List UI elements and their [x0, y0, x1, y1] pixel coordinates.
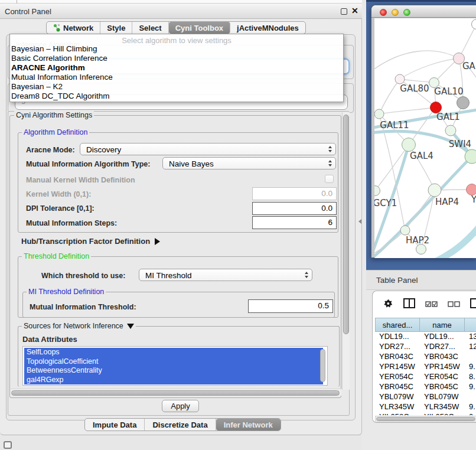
- sources-group-title[interactable]: Sources for Network Inference: [22, 322, 136, 330]
- scrollbar-thumb[interactable]: [11, 390, 340, 396]
- collapse-arrow-icon[interactable]: [127, 324, 134, 329]
- columns-icon[interactable]: [403, 298, 415, 311]
- network-edge[interactable]: [375, 145, 409, 191]
- node-salmon[interactable]: [467, 184, 476, 195]
- algorithm-definition-title: Algorithm Definition: [22, 128, 89, 136]
- manual-kernel-label: Manual Kernel Width Definition: [26, 176, 135, 184]
- node-label: GAL4: [410, 151, 433, 161]
- table-row[interactable]: YBR043CYBR043C: [375, 352, 476, 362]
- settings-vertical-scrollbar[interactable]: [342, 112, 350, 390]
- table-cell: YIL052C: [420, 412, 465, 415]
- gear-icon[interactable]: [383, 298, 393, 311]
- table-cell: YBR045C: [420, 382, 465, 392]
- network-window-titlebar[interactable]: [371, 5, 476, 18]
- attribute-list-item[interactable]: SelfLoops: [24, 348, 323, 357]
- scrollbar-thumb[interactable]: [343, 115, 349, 334]
- tab-cyni-toolbox[interactable]: Cyni Toolbox: [169, 22, 230, 34]
- dropdown-item[interactable]: Bayesian – K2: [10, 82, 343, 92]
- table-row[interactable]: YLR345WYLR345W9.: [375, 402, 476, 412]
- node-swi4[interactable]: [445, 125, 456, 136]
- table-row[interactable]: YPR145WYPR145W9.: [375, 362, 476, 372]
- node-label: Y: [471, 194, 476, 205]
- settings-horizontal-scrollbar[interactable]: [11, 389, 341, 396]
- table-cell: YLR345W: [375, 402, 420, 412]
- node[interactable]: [472, 19, 476, 30]
- table-horizontal-scrollbar[interactable]: [375, 416, 476, 422]
- zoom-traffic-light[interactable]: [403, 9, 410, 16]
- manual-kernel-checkbox[interactable]: [325, 175, 334, 183]
- node-gray[interactable]: [457, 97, 470, 109]
- table-cell: [465, 392, 476, 402]
- node-gcy1[interactable]: [374, 186, 380, 196]
- float-panel-icon[interactable]: [341, 8, 347, 15]
- node-hap4[interactable]: [428, 184, 441, 197]
- node-gal80[interactable]: [395, 74, 405, 84]
- column-header[interactable]: [465, 318, 476, 332]
- expand-arrow-icon[interactable]: [155, 238, 160, 245]
- table-row[interactable]: YER054CYER054C8.: [375, 372, 476, 382]
- mi-type-combo[interactable]: Naive Bayes: [162, 157, 336, 169]
- table-row[interactable]: YDL19...YDL19...13: [375, 332, 476, 342]
- node-green-lg[interactable]: [465, 149, 476, 164]
- attribute-list-item[interactable]: gal4RGexp: [24, 376, 323, 385]
- dropdown-item[interactable]: Dream8 DC_TDC Algorithm: [10, 92, 343, 101]
- dropdown-item[interactable]: Basic Correlation Inference: [10, 54, 343, 63]
- network-canvas[interactable]: GALGAL80GAL10GAL1GAL11SWI4GAL4GCY1HAP4YH…: [374, 18, 476, 258]
- panel-splitter-arrow[interactable]: [358, 219, 361, 224]
- network-view-window: GALGAL80GAL10GAL1GAL11SWI4GAL4GCY1HAP4YH…: [371, 5, 476, 258]
- bottom-tab-discretize-data[interactable]: Discretize Data: [145, 419, 216, 431]
- node-label: GCY1: [374, 198, 397, 208]
- hub-definition-label[interactable]: Hub/Transcription Factor Definition: [21, 237, 160, 246]
- minimize-traffic-light[interactable]: [392, 9, 399, 16]
- select-checks-icon[interactable]: [425, 299, 438, 310]
- tab-network[interactable]: Network: [47, 22, 100, 34]
- close-traffic-light[interactable]: [380, 9, 387, 16]
- column-header[interactable]: shared...: [375, 318, 420, 332]
- mi-threshold-input[interactable]: 0.5: [248, 299, 333, 313]
- mi-type-label: Mutual Information Algorithm Type:: [26, 160, 150, 168]
- which-threshold-combo[interactable]: MI Threshold: [139, 269, 312, 281]
- list-scrollbar[interactable]: [320, 349, 325, 382]
- mini-window-icon[interactable]: [4, 441, 12, 449]
- combo-arrows-icon: [305, 269, 308, 281]
- network-edge[interactable]: [379, 79, 400, 114]
- node-bottom[interactable]: [416, 244, 426, 255]
- node-hap2[interactable]: [400, 226, 410, 235]
- dropdown-item[interactable]: ARACNE Algorithm: [10, 63, 343, 73]
- table-row[interactable]: YBL079WYBL079W: [375, 392, 476, 402]
- dpi-tolerance-input[interactable]: 0.0: [252, 202, 337, 215]
- which-threshold-value: MI Threshold: [145, 271, 192, 280]
- node-gal4[interactable]: [402, 138, 416, 152]
- table-cell: 12: [465, 342, 476, 352]
- attribute-list-item[interactable]: TopologicalCoefficient: [24, 357, 323, 367]
- tab-style[interactable]: Style: [100, 22, 132, 34]
- table-row[interactable]: YIL052CYIL052C0.: [375, 412, 476, 415]
- aracne-mode-combo[interactable]: Discovery: [80, 143, 336, 155]
- kernel-width-input[interactable]: 0.0: [252, 187, 337, 200]
- attribute-list-item[interactable]: BetweennessCentrality: [24, 366, 323, 376]
- bottom-tab-impute-data[interactable]: Impute Data: [85, 419, 145, 431]
- mi-steps-input[interactable]: 6: [252, 216, 337, 229]
- dropdown-item[interactable]: Mutual Information Inference: [10, 73, 343, 82]
- network-edge[interactable]: [379, 107, 436, 114]
- table-row[interactable]: YBR045CYBR045C9.: [375, 382, 476, 392]
- tab-select[interactable]: Select: [132, 22, 168, 34]
- network-edge[interactable]: [400, 58, 459, 79]
- table-cell: YLR345W: [420, 402, 465, 412]
- dropdown-item[interactable]: Bayesian – Hill Climbing: [10, 44, 343, 54]
- node-gal11[interactable]: [374, 109, 384, 119]
- table-cell: YER054C: [420, 372, 465, 382]
- bottom-tab-infer-network[interactable]: Infer Network: [216, 419, 281, 431]
- close-panel-icon[interactable]: ✕: [351, 6, 358, 15]
- tab-jactivemnodules[interactable]: jActiveMNodules: [230, 22, 305, 34]
- network-edge[interactable]: [430, 225, 476, 258]
- control-panel-window: Control Panel ✕ NetworkStyleSelectCyni T…: [0, 0, 362, 435]
- network-edge[interactable]: [374, 51, 459, 71]
- apply-button[interactable]: Apply: [162, 400, 199, 412]
- scrollbar-thumb[interactable]: [376, 417, 475, 421]
- column-header[interactable]: name: [420, 318, 465, 332]
- clear-checks-icon[interactable]: [448, 299, 460, 310]
- dpi-tolerance-label: DPI Tolerance [0,1]:: [26, 204, 94, 213]
- table-row[interactable]: YDR27...YDR27...12: [375, 342, 476, 352]
- columns-partial-icon[interactable]: [470, 298, 476, 311]
